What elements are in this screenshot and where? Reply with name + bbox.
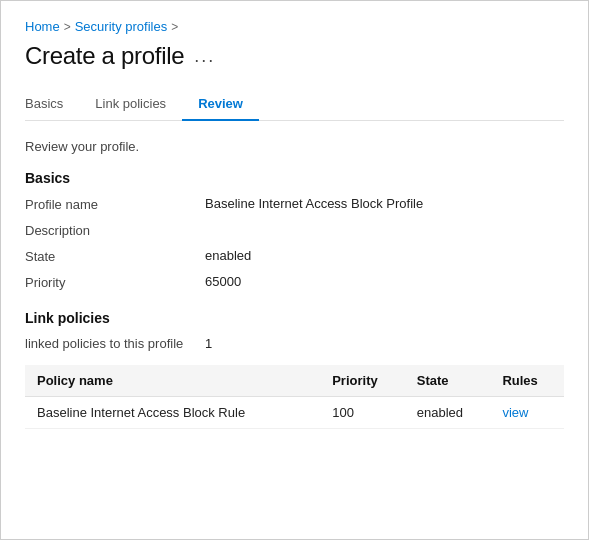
page-title-row: Create a profile ... [25, 42, 564, 70]
tabs-bar: Basics Link policies Review [25, 88, 564, 121]
page-wrapper: Home > Security profiles > Create a prof… [0, 0, 589, 540]
policy-table: Policy name Priority State Rules Baselin… [25, 365, 564, 429]
tab-link-policies[interactable]: Link policies [79, 88, 182, 121]
field-profile-name: Profile name Baseline Internet Access Bl… [25, 196, 564, 218]
cell-priority: 100 [322, 397, 407, 429]
breadcrumb-home[interactable]: Home [25, 19, 60, 34]
linked-count-row: linked policies to this profile 1 [25, 336, 564, 351]
tab-review[interactable]: Review [182, 88, 259, 121]
col-header-rules: Rules [492, 365, 564, 397]
linked-count-label: linked policies to this profile [25, 336, 205, 351]
field-priority: Priority 65000 [25, 274, 564, 296]
field-description: Description [25, 222, 564, 244]
field-label-profile-name: Profile name [25, 196, 205, 212]
field-value-profile-name: Baseline Internet Access Block Profile [205, 196, 423, 211]
breadcrumb-separator-1: > [64, 20, 71, 34]
col-header-state: State [407, 365, 493, 397]
cell-rules[interactable]: view [492, 397, 564, 429]
cell-state: enabled [407, 397, 493, 429]
field-value-state: enabled [205, 248, 251, 263]
link-policies-section: Link policies linked policies to this pr… [25, 310, 564, 429]
field-label-state: State [25, 248, 205, 264]
breadcrumb: Home > Security profiles > [25, 19, 564, 34]
cell-policy-name: Baseline Internet Access Block Rule [25, 397, 322, 429]
breadcrumb-separator-2: > [171, 20, 178, 34]
table-header-row: Policy name Priority State Rules [25, 365, 564, 397]
field-state: State enabled [25, 248, 564, 270]
review-description: Review your profile. [25, 139, 564, 154]
field-value-priority: 65000 [205, 274, 241, 289]
link-policies-section-title: Link policies [25, 310, 564, 326]
more-options-icon[interactable]: ... [194, 46, 215, 67]
table-row: Baseline Internet Access Block Rule 100 … [25, 397, 564, 429]
view-link[interactable]: view [502, 405, 528, 420]
page-title: Create a profile [25, 42, 184, 70]
tab-basics[interactable]: Basics [25, 88, 79, 121]
col-header-policy-name: Policy name [25, 365, 322, 397]
field-label-priority: Priority [25, 274, 205, 290]
linked-count-value: 1 [205, 336, 212, 351]
col-header-priority: Priority [322, 365, 407, 397]
field-label-description: Description [25, 222, 205, 238]
breadcrumb-security-profiles[interactable]: Security profiles [75, 19, 167, 34]
basics-section-title: Basics [25, 170, 564, 186]
